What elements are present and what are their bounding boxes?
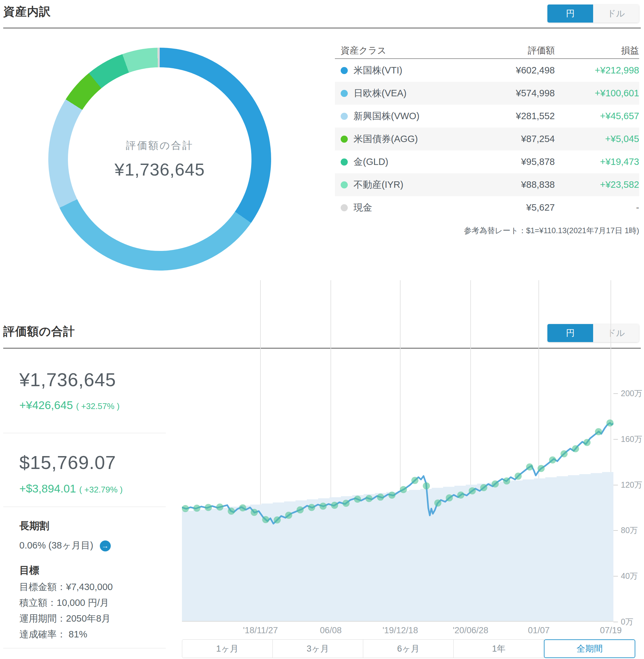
x-axis-label: '19/12/18 (383, 626, 418, 635)
asset-label: 日欧株(VEA) (335, 87, 465, 100)
deposit-marker-dot (182, 505, 189, 512)
y-axis-tick (614, 622, 618, 622)
period-selector[interactable]: 1ヶ月3ヶ月6ヶ月1年全期間 (182, 639, 635, 658)
deposit-marker-dot (411, 477, 418, 484)
asset-label: 米国株(VTI) (335, 64, 465, 77)
asset-gain: - (555, 202, 639, 213)
total-gain-usd: +$3,894.01 ( +32.79% ) (19, 482, 123, 495)
deposit-marker-dot (595, 428, 602, 435)
asset-gain: +¥23,582 (555, 179, 639, 190)
deposit-marker-dot (228, 508, 235, 515)
asset-color-dot-icon (341, 90, 348, 97)
asset-class-table: 資産クラス 評価額 損益 米国株(VTI) ¥602,498 +¥212,998… (335, 43, 639, 219)
asset-gain: +¥19,473 (555, 157, 639, 167)
deposit-marker-dot (492, 480, 499, 487)
asset-table-header: 資産クラス 評価額 損益 (335, 43, 639, 58)
donut-center: 評価額の合計 ¥1,736,645 (48, 48, 271, 271)
deposit-marker-dot (343, 500, 350, 507)
asset-gain: +¥212,998 (555, 65, 639, 76)
deposit-marker-dot (503, 477, 510, 484)
total-value-yen: ¥1,736,645 (19, 369, 116, 390)
asset-value: ¥87,254 (465, 134, 555, 144)
asset-color-dot-icon (341, 136, 348, 143)
y-axis-tick (614, 530, 618, 531)
toggle-yen-button[interactable]: 円 (547, 4, 593, 23)
y-axis-tick (614, 485, 618, 485)
asset-color-dot-icon (341, 67, 348, 74)
deposit-marker-dot (308, 504, 315, 511)
longterm-discount-row: 0.06% (38ヶ月目)→ (19, 539, 111, 552)
asset-value: ¥281,552 (465, 111, 555, 121)
y-axis-label: 40万 (621, 571, 643, 582)
asset-color-dot-icon (341, 113, 348, 120)
deposit-marker-dot (400, 486, 407, 493)
total-value-usd: $15,769.07 (19, 452, 116, 473)
asset-gain: +¥100,601 (555, 88, 639, 98)
asset-name: 日欧株(VEA) (353, 87, 406, 100)
deposit-marker-dot (434, 500, 441, 507)
header-valuation: 評価額 (465, 44, 555, 57)
deposit-marker-dot (549, 456, 556, 463)
deposit-marker-dot (251, 509, 258, 516)
longterm-detail-arrow-icon[interactable]: → (100, 541, 111, 551)
stats-divider-2 (3, 507, 166, 507)
currency-toggle-assets[interactable]: 円 ドル (547, 4, 639, 23)
deposit-marker-dot (537, 465, 545, 472)
deposit-marker-dot (193, 505, 200, 512)
asset-table-row: 金(GLD) ¥95,878 +¥19,473 (335, 151, 639, 173)
period-button-1ヶ月[interactable]: 1ヶ月 (182, 639, 273, 658)
x-axis-label: 06/08 (320, 626, 342, 635)
donut-center-value: ¥1,736,645 (115, 159, 205, 179)
gain-amount-usd: +$3,894.01 (19, 482, 76, 495)
asset-color-dot-icon (341, 204, 348, 211)
deposit-marker-dot (366, 495, 372, 502)
period-button-6ヶ月[interactable]: 6ヶ月 (363, 639, 454, 658)
asset-value: ¥95,878 (465, 157, 555, 167)
asset-value: ¥5,627 (465, 202, 555, 213)
asset-value: ¥88,838 (465, 179, 555, 190)
deposit-marker-dot (560, 450, 568, 457)
asset-table-row: 新興国株(VWO) ¥281,552 +¥45,657 (335, 105, 639, 128)
deposit-marker-dot (480, 484, 487, 491)
asset-label: 金(GLD) (335, 156, 465, 168)
deposit-marker-dot (274, 516, 281, 523)
asset-color-dot-icon (341, 158, 348, 165)
longterm-discount-value: 0.06% (38ヶ月目) (19, 540, 93, 550)
y-axis-label: 160万 (621, 434, 643, 444)
deposit-marker-dot (354, 496, 361, 503)
asset-table-row: 不動産(IYR) ¥88,838 +¥23,582 (335, 173, 639, 196)
asset-color-dot-icon (341, 181, 348, 188)
y-axis-tick (614, 393, 618, 394)
longterm-discount-title: 長期割 (19, 519, 49, 533)
asset-table-row: 米国債券(AGG) ¥87,254 +¥5,045 (335, 128, 639, 151)
gain-percent-yen: ( +32.57% ) (76, 401, 119, 411)
deposit-marker-dot (583, 439, 591, 446)
y-axis-label: 0万 (621, 616, 643, 627)
period-button-1年[interactable]: 1年 (453, 639, 544, 658)
deposit-marker-dot (514, 473, 522, 480)
x-axis-label: '20/06/28 (453, 626, 488, 635)
goal-period: 運用期間：2050年8月 (19, 612, 111, 625)
deposit-marker-dot (331, 502, 338, 509)
portfolio-performance-chart (182, 280, 614, 622)
asset-table-row: 米国株(VTI) ¥602,498 +¥212,998 (335, 59, 639, 82)
asset-name: 米国債券(AGG) (353, 133, 418, 145)
deposit-marker-dot (216, 503, 224, 510)
toggle-dollar-button[interactable]: ドル (593, 4, 639, 23)
asset-label: 新興国株(VWO) (335, 110, 465, 123)
goal-probability: 達成確率： 81% (19, 628, 87, 641)
asset-table-row: 日欧株(VEA) ¥574,998 +¥100,601 (335, 82, 639, 105)
assets-section-title: 資産内訳 (3, 4, 51, 20)
x-axis-label: 01/07 (528, 626, 550, 635)
total-gain-yen: +¥426,645 ( +32.57% ) (19, 399, 119, 412)
deposit-marker-dot (297, 506, 304, 514)
y-axis-label: 200万 (621, 388, 643, 399)
section-divider (3, 28, 641, 28)
stats-divider-1 (3, 433, 166, 433)
period-button-全期間[interactable]: 全期間 (544, 639, 635, 658)
fx-rate-note: 参考為替レート：$1=¥110.13(2021年7月17日 1時) (464, 225, 639, 236)
period-button-3ヶ月[interactable]: 3ヶ月 (272, 639, 363, 658)
asset-name: 米国株(VTI) (353, 64, 402, 77)
deposit-marker-dot (377, 494, 384, 501)
deposit-marker-dot (262, 516, 269, 523)
